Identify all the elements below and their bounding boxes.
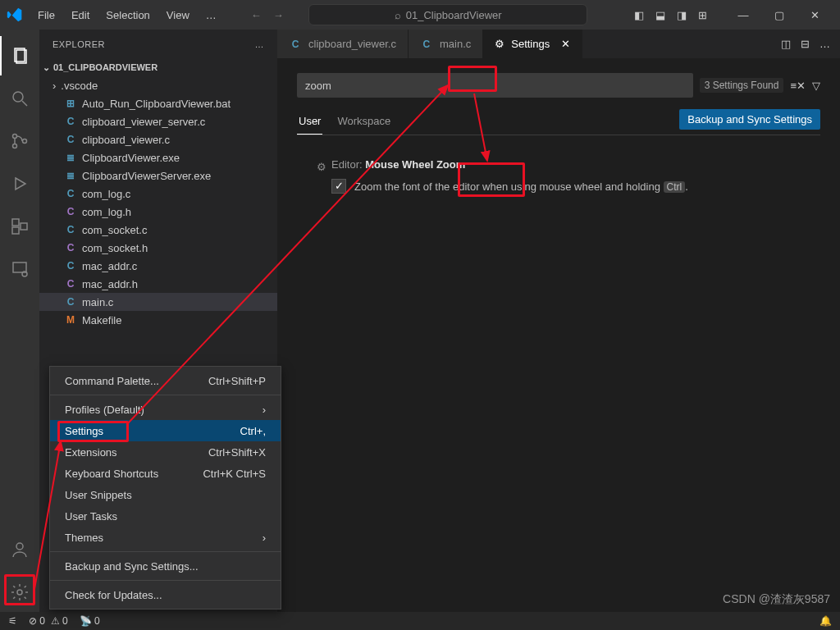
menu-keyboard-shortcuts[interactable]: Keyboard ShortcutsCtrl+K Ctrl+S bbox=[50, 463, 281, 484]
activity-debug-icon[interactable] bbox=[0, 164, 39, 203]
file-label: com_log.h bbox=[82, 206, 131, 218]
menu-label: Backup and Sync Settings... bbox=[65, 560, 199, 573]
menu-view[interactable]: View bbox=[160, 6, 196, 25]
status-ports[interactable]: 📡 0 bbox=[80, 615, 100, 627]
file-type-icon: C bbox=[64, 278, 77, 290]
menu-extensions[interactable]: ExtensionsCtrl+Shift+X bbox=[50, 441, 281, 463]
tab-split2-icon[interactable]: ⊟ bbox=[801, 38, 810, 50]
project-header[interactable]: ⌄ 01_CLIPBOARDVIEWER bbox=[39, 58, 277, 76]
svg-rect-10 bbox=[21, 223, 27, 230]
layout-panel-icon[interactable]: ⬓ bbox=[655, 9, 665, 21]
menu-label: Extensions bbox=[65, 446, 117, 459]
status-remote-icon[interactable]: ⚟ bbox=[8, 615, 17, 627]
menu-label: Profiles (Default) bbox=[65, 404, 144, 416]
menu-check-for-updates-[interactable]: Check for Updates... bbox=[50, 584, 281, 605]
file-mac_addr.c[interactable]: Cmac_addr.c bbox=[39, 257, 277, 275]
menu-accel: Ctrl+K Ctrl+S bbox=[203, 468, 266, 480]
setting-category: Editor: bbox=[331, 158, 363, 171]
activity-search-icon[interactable] bbox=[0, 79, 39, 118]
setting-gear-icon[interactable]: ⚙ bbox=[317, 161, 326, 173]
nav-back-icon[interactable]: ← bbox=[251, 9, 262, 21]
activity-explorer-icon[interactable] bbox=[0, 36, 39, 75]
file-type-icon: C bbox=[64, 206, 77, 217]
svg-point-14 bbox=[17, 590, 22, 595]
menu-backup-and-sync-settings-[interactable]: Backup and Sync Settings... bbox=[50, 555, 281, 577]
menu-overflow-icon[interactable]: … bbox=[199, 6, 223, 25]
status-problems[interactable]: ⊘ 0 ⚠ 0 bbox=[29, 615, 68, 627]
nav-forward-icon[interactable]: → bbox=[273, 9, 284, 21]
menu-accel: Ctrl+, bbox=[240, 425, 266, 437]
tab-more-icon[interactable]: … bbox=[819, 38, 830, 50]
window-close-icon[interactable]: ✕ bbox=[797, 0, 833, 30]
file-com_log.c[interactable]: Ccom_log.c bbox=[39, 185, 277, 203]
svg-point-13 bbox=[16, 543, 23, 550]
file-.vscode[interactable]: ›.vscode bbox=[39, 76, 277, 94]
menu-themes[interactable]: Themes› bbox=[50, 527, 281, 548]
menu-user-snippets[interactable]: User Snippets bbox=[50, 484, 281, 505]
window-maximize-icon[interactable]: ▢ bbox=[761, 0, 797, 30]
file-type-icon: C bbox=[420, 39, 433, 50]
sync-settings-button[interactable]: Backup and Sync Settings bbox=[679, 109, 820, 130]
tab-Settings[interactable]: ⚙Settings✕ bbox=[483, 30, 582, 58]
activity-scm-icon[interactable] bbox=[0, 121, 39, 161]
file-main.c[interactable]: Cmain.c bbox=[39, 293, 277, 311]
layout-secondary-icon[interactable]: ◨ bbox=[677, 9, 687, 21]
file-Auto_Run_ClipboardViewer.bat[interactable]: ⊞Auto_Run_ClipboardViewer.bat bbox=[39, 94, 277, 112]
file-clipboard_viewer.c[interactable]: Cclipboard_viewer.c bbox=[39, 130, 277, 148]
explorer-more-icon[interactable]: … bbox=[255, 39, 265, 49]
file-label: ClipboardViewer.exe bbox=[82, 152, 180, 164]
menu-user-tasks[interactable]: User Tasks bbox=[50, 505, 281, 527]
menu-accel: Ctrl+Shift+X bbox=[208, 446, 266, 459]
activity-extensions-icon[interactable] bbox=[0, 207, 39, 246]
file-mac_addr.h[interactable]: Cmac_addr.h bbox=[39, 275, 277, 293]
menu-selection[interactable]: Selection bbox=[99, 6, 156, 25]
activity-manage-icon[interactable] bbox=[0, 573, 39, 612]
settings-tab-icon: ⚙ bbox=[495, 38, 504, 50]
menu-profiles-default-[interactable]: Profiles (Default)› bbox=[50, 399, 281, 420]
svg-rect-8 bbox=[12, 219, 19, 226]
activity-account-icon[interactable] bbox=[0, 530, 39, 569]
setting-checkbox[interactable]: ✓ bbox=[331, 179, 346, 194]
command-center[interactable]: ⌕ 01_ClipboardViewer bbox=[308, 4, 587, 25]
file-type-icon: C bbox=[64, 260, 77, 272]
file-ClipboardViewerServer.exe[interactable]: ≣ClipboardViewerServer.exe bbox=[39, 167, 277, 185]
file-label: ClipboardViewerServer.exe bbox=[82, 170, 211, 182]
file-type-icon: C bbox=[289, 39, 302, 50]
scope-workspace[interactable]: Workspace bbox=[336, 110, 392, 135]
tab-main.c[interactable]: Cmain.c bbox=[409, 30, 483, 58]
project-name: 01_CLIPBOARDVIEWER bbox=[53, 62, 158, 72]
menu-command-palette-[interactable]: Command Palette...Ctrl+Shift+P bbox=[50, 370, 281, 391]
chevron-down-icon: ⌄ bbox=[43, 62, 50, 73]
file-label: com_socket.c bbox=[82, 224, 147, 236]
settings-found-count: 3 Settings Found bbox=[700, 78, 784, 93]
svg-point-5 bbox=[13, 144, 17, 148]
tab-clipboard_viewer.c[interactable]: Cclipboard_viewer.c bbox=[277, 30, 409, 58]
tab-split-icon[interactable]: ◫ bbox=[781, 38, 791, 50]
tab-close-icon[interactable]: ✕ bbox=[561, 38, 570, 50]
file-clipboard_viewer_server.c[interactable]: Cclipboard_viewer_server.c bbox=[39, 112, 277, 130]
file-Makefile[interactable]: MMakefile bbox=[39, 311, 277, 329]
scope-user[interactable]: User bbox=[297, 110, 322, 135]
settings-search-input[interactable] bbox=[297, 73, 693, 98]
menu-edit[interactable]: Edit bbox=[65, 6, 96, 25]
svg-point-2 bbox=[13, 92, 23, 102]
menu-settings[interactable]: SettingsCtrl+, bbox=[50, 420, 281, 441]
file-type-icon: C bbox=[64, 242, 77, 253]
file-type-icon: C bbox=[64, 188, 77, 199]
file-com_log.h[interactable]: Ccom_log.h bbox=[39, 203, 277, 221]
status-notifications-icon[interactable]: 🔔 bbox=[819, 615, 832, 627]
svg-line-3 bbox=[22, 101, 27, 106]
activity-remote-icon[interactable] bbox=[0, 249, 39, 289]
file-com_socket.h[interactable]: Ccom_socket.h bbox=[39, 239, 277, 257]
filter-icon[interactable]: ▽ bbox=[812, 80, 820, 92]
clear-filter-icon[interactable]: ≡✕ bbox=[790, 80, 806, 92]
file-type-icon: M bbox=[64, 314, 77, 326]
file-type-icon: C bbox=[64, 116, 77, 127]
file-com_socket.c[interactable]: Ccom_socket.c bbox=[39, 221, 277, 239]
manage-context-menu: Command Palette...Ctrl+Shift+PProfiles (… bbox=[49, 366, 281, 609]
window-minimize-icon[interactable]: — bbox=[725, 0, 761, 30]
layout-primary-icon[interactable]: ◧ bbox=[634, 9, 644, 21]
menu-file[interactable]: File bbox=[31, 6, 62, 25]
layout-customize-icon[interactable]: ⊞ bbox=[698, 9, 707, 21]
file-ClipboardViewer.exe[interactable]: ≣ClipboardViewer.exe bbox=[39, 148, 277, 167]
